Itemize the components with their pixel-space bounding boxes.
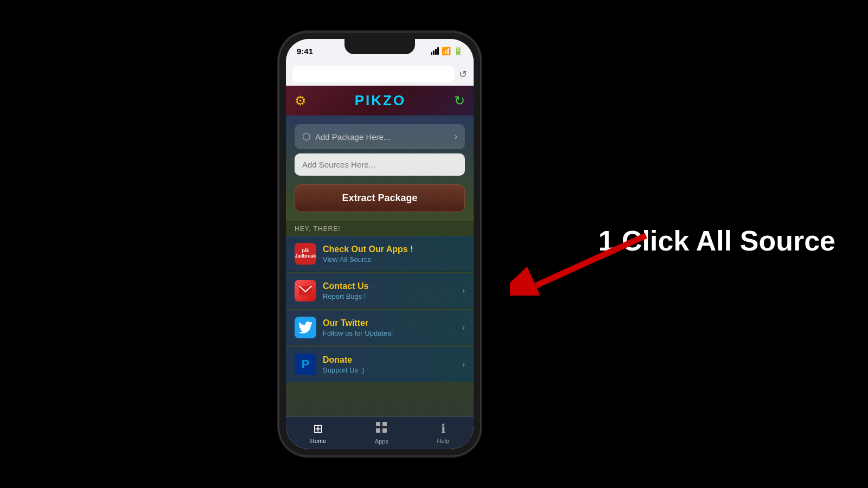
paypal-icon: P [295, 354, 316, 375]
contact-chevron-icon: › [462, 286, 465, 296]
phone-frame: 9:41 📶 🔋 ↺ [279, 33, 480, 455]
apps-tab-label: Apps [375, 438, 388, 445]
status-icons: 📶 🔋 [431, 47, 463, 55]
package-input-row[interactable]: ⬡ Add Package Here... › [295, 124, 465, 149]
twitter-chevron-icon: › [462, 323, 465, 332]
svg-rect-2 [382, 422, 387, 426]
twitter-item-content: Our Twitter Follow us for Updates! [323, 318, 462, 337]
svg-rect-4 [382, 428, 387, 433]
mail-icon [295, 280, 316, 301]
apps-logo-text: pikJailbreak [295, 248, 316, 259]
package-input-left: ⬡ Add Package Here... [302, 131, 390, 143]
wifi-icon: 📶 [442, 47, 451, 55]
input-area: ⬡ Add Package Here... › [286, 115, 474, 184]
apps-tab-icon [375, 421, 387, 436]
app-main: ⬡ Add Package Here... › Extract Package … [286, 115, 474, 416]
contact-item-title: Contact Us [323, 281, 462, 291]
sources-input[interactable] [295, 153, 465, 176]
list-item-twitter[interactable]: Our Twitter Follow us for Updates! › [286, 310, 474, 345]
home-tab-icon: ⊞ [313, 422, 323, 436]
tab-home[interactable]: ⊞ Home [310, 422, 326, 444]
package-icon: ⬡ [302, 131, 311, 143]
home-tab-label: Home [310, 438, 326, 444]
package-placeholder-text: Add Package Here... [315, 132, 390, 142]
contact-item-subtitle: Report Bugs ! [323, 292, 462, 300]
contact-item-content: Contact Us Report Bugs ! [323, 281, 462, 300]
section-label: HEY, THERE! [286, 221, 474, 235]
phone-notch [344, 39, 415, 54]
list-item-apps[interactable]: pikJailbreak Check Out Our Apps ! View A… [286, 236, 474, 272]
sync-icon[interactable]: ↻ [454, 93, 465, 108]
signal-icon [431, 47, 439, 55]
twitter-icon [295, 317, 316, 338]
list-section: HEY, THERE! pikJailbreak Check Out Our A… [286, 221, 474, 416]
tab-bar: ⊞ Home Apps ℹ He [286, 416, 474, 449]
donate-item-content: Donate Support Us ;) [323, 355, 462, 374]
list-item-donate[interactable]: P Donate Support Us ;) › [286, 346, 474, 382]
phone-inner: 9:41 📶 🔋 ↺ [286, 39, 474, 449]
app-content: ⚙ PIKZO ↻ ⬡ Add Package Here... › [286, 86, 474, 449]
extract-package-button[interactable]: Extract Package [295, 184, 465, 212]
status-time: 9:41 [297, 47, 313, 56]
tab-help[interactable]: ℹ Help [437, 422, 450, 444]
apps-item-content: Check Out Our Apps ! View All Source [323, 245, 465, 264]
annotation-text: 1 Click All Source [598, 224, 835, 257]
apps-item-subtitle: View All Source [323, 255, 465, 264]
package-chevron-icon: › [455, 132, 457, 142]
donate-item-title: Donate [323, 355, 462, 365]
donate-chevron-icon: › [462, 359, 465, 369]
app-header: ⚙ PIKZO ↻ [286, 86, 474, 115]
twitter-item-title: Our Twitter [323, 318, 462, 328]
apps-item-title: Check Out Our Apps ! [323, 245, 465, 254]
list-item-contact[interactable]: Contact Us Report Bugs ! › [286, 273, 474, 309]
browser-refresh-button[interactable]: ↺ [459, 68, 467, 80]
app-title: PIKZO [355, 92, 406, 109]
help-tab-icon: ℹ [441, 422, 445, 436]
tab-apps[interactable]: Apps [375, 421, 388, 445]
battery-icon: 🔋 [454, 47, 463, 55]
svg-rect-1 [376, 422, 380, 426]
url-bar: ↺ [286, 63, 474, 86]
twitter-item-subtitle: Follow us for Updates! [323, 329, 462, 337]
svg-rect-3 [376, 428, 380, 433]
settings-icon[interactable]: ⚙ [295, 93, 307, 108]
donate-item-subtitle: Support Us ;) [323, 366, 462, 374]
apps-icon: pikJailbreak [295, 243, 316, 265]
help-tab-label: Help [437, 438, 450, 444]
url-input[interactable] [292, 66, 455, 82]
